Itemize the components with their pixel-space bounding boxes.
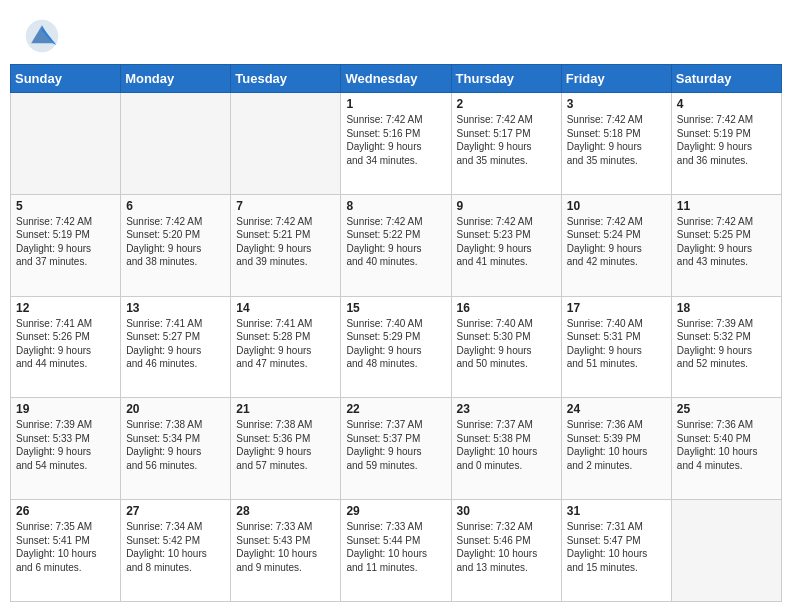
day-info: Sunrise: 7:32 AM Sunset: 5:46 PM Dayligh… [457,520,556,574]
calendar-cell: 21Sunrise: 7:38 AM Sunset: 5:36 PM Dayli… [231,398,341,500]
day-info: Sunrise: 7:41 AM Sunset: 5:27 PM Dayligh… [126,317,225,371]
day-number: 4 [677,97,776,111]
day-info: Sunrise: 7:40 AM Sunset: 5:31 PM Dayligh… [567,317,666,371]
day-info: Sunrise: 7:38 AM Sunset: 5:34 PM Dayligh… [126,418,225,472]
weekday-header-wednesday: Wednesday [341,65,451,93]
calendar-cell: 9Sunrise: 7:42 AM Sunset: 5:23 PM Daylig… [451,194,561,296]
day-info: Sunrise: 7:42 AM Sunset: 5:24 PM Dayligh… [567,215,666,269]
page-header [0,0,792,64]
calendar-cell: 6Sunrise: 7:42 AM Sunset: 5:20 PM Daylig… [121,194,231,296]
calendar-cell: 19Sunrise: 7:39 AM Sunset: 5:33 PM Dayli… [11,398,121,500]
day-number: 19 [16,402,115,416]
calendar-week-1: 1Sunrise: 7:42 AM Sunset: 5:16 PM Daylig… [11,93,782,195]
calendar-cell: 15Sunrise: 7:40 AM Sunset: 5:29 PM Dayli… [341,296,451,398]
day-number: 5 [16,199,115,213]
day-info: Sunrise: 7:35 AM Sunset: 5:41 PM Dayligh… [16,520,115,574]
day-number: 2 [457,97,556,111]
day-number: 1 [346,97,445,111]
calendar-cell: 20Sunrise: 7:38 AM Sunset: 5:34 PM Dayli… [121,398,231,500]
day-number: 7 [236,199,335,213]
day-number: 8 [346,199,445,213]
day-info: Sunrise: 7:34 AM Sunset: 5:42 PM Dayligh… [126,520,225,574]
day-info: Sunrise: 7:42 AM Sunset: 5:22 PM Dayligh… [346,215,445,269]
calendar-cell: 7Sunrise: 7:42 AM Sunset: 5:21 PM Daylig… [231,194,341,296]
day-info: Sunrise: 7:37 AM Sunset: 5:37 PM Dayligh… [346,418,445,472]
calendar-cell: 27Sunrise: 7:34 AM Sunset: 5:42 PM Dayli… [121,500,231,602]
day-number: 15 [346,301,445,315]
day-info: Sunrise: 7:42 AM Sunset: 5:17 PM Dayligh… [457,113,556,167]
calendar-cell: 16Sunrise: 7:40 AM Sunset: 5:30 PM Dayli… [451,296,561,398]
calendar-cell: 17Sunrise: 7:40 AM Sunset: 5:31 PM Dayli… [561,296,671,398]
calendar-cell: 28Sunrise: 7:33 AM Sunset: 5:43 PM Dayli… [231,500,341,602]
calendar-cell: 18Sunrise: 7:39 AM Sunset: 5:32 PM Dayli… [671,296,781,398]
calendar-cell: 13Sunrise: 7:41 AM Sunset: 5:27 PM Dayli… [121,296,231,398]
day-number: 30 [457,504,556,518]
calendar-cell: 2Sunrise: 7:42 AM Sunset: 5:17 PM Daylig… [451,93,561,195]
day-number: 13 [126,301,225,315]
day-number: 27 [126,504,225,518]
day-number: 18 [677,301,776,315]
weekday-header-monday: Monday [121,65,231,93]
calendar-cell [121,93,231,195]
calendar-cell: 22Sunrise: 7:37 AM Sunset: 5:37 PM Dayli… [341,398,451,500]
calendar-cell: 29Sunrise: 7:33 AM Sunset: 5:44 PM Dayli… [341,500,451,602]
calendar-week-3: 12Sunrise: 7:41 AM Sunset: 5:26 PM Dayli… [11,296,782,398]
calendar-cell [11,93,121,195]
day-info: Sunrise: 7:31 AM Sunset: 5:47 PM Dayligh… [567,520,666,574]
day-info: Sunrise: 7:42 AM Sunset: 5:20 PM Dayligh… [126,215,225,269]
day-info: Sunrise: 7:42 AM Sunset: 5:16 PM Dayligh… [346,113,445,167]
day-number: 28 [236,504,335,518]
logo-icon [24,18,60,54]
day-info: Sunrise: 7:39 AM Sunset: 5:32 PM Dayligh… [677,317,776,371]
day-info: Sunrise: 7:42 AM Sunset: 5:19 PM Dayligh… [677,113,776,167]
day-number: 21 [236,402,335,416]
calendar-cell: 14Sunrise: 7:41 AM Sunset: 5:28 PM Dayli… [231,296,341,398]
day-info: Sunrise: 7:36 AM Sunset: 5:40 PM Dayligh… [677,418,776,472]
calendar-cell [231,93,341,195]
day-info: Sunrise: 7:42 AM Sunset: 5:23 PM Dayligh… [457,215,556,269]
day-number: 25 [677,402,776,416]
calendar-cell: 3Sunrise: 7:42 AM Sunset: 5:18 PM Daylig… [561,93,671,195]
weekday-header-row: SundayMondayTuesdayWednesdayThursdayFrid… [11,65,782,93]
day-number: 17 [567,301,666,315]
day-number: 16 [457,301,556,315]
day-number: 10 [567,199,666,213]
day-info: Sunrise: 7:41 AM Sunset: 5:26 PM Dayligh… [16,317,115,371]
day-info: Sunrise: 7:42 AM Sunset: 5:19 PM Dayligh… [16,215,115,269]
calendar-cell: 12Sunrise: 7:41 AM Sunset: 5:26 PM Dayli… [11,296,121,398]
calendar-week-5: 26Sunrise: 7:35 AM Sunset: 5:41 PM Dayli… [11,500,782,602]
day-info: Sunrise: 7:36 AM Sunset: 5:39 PM Dayligh… [567,418,666,472]
day-number: 9 [457,199,556,213]
calendar-cell: 30Sunrise: 7:32 AM Sunset: 5:46 PM Dayli… [451,500,561,602]
day-number: 29 [346,504,445,518]
day-info: Sunrise: 7:37 AM Sunset: 5:38 PM Dayligh… [457,418,556,472]
calendar-cell: 11Sunrise: 7:42 AM Sunset: 5:25 PM Dayli… [671,194,781,296]
day-number: 31 [567,504,666,518]
day-number: 3 [567,97,666,111]
day-number: 12 [16,301,115,315]
day-number: 26 [16,504,115,518]
day-number: 24 [567,402,666,416]
calendar-cell: 31Sunrise: 7:31 AM Sunset: 5:47 PM Dayli… [561,500,671,602]
calendar-cell: 4Sunrise: 7:42 AM Sunset: 5:19 PM Daylig… [671,93,781,195]
weekday-header-friday: Friday [561,65,671,93]
day-info: Sunrise: 7:42 AM Sunset: 5:18 PM Dayligh… [567,113,666,167]
day-number: 11 [677,199,776,213]
day-number: 22 [346,402,445,416]
day-info: Sunrise: 7:33 AM Sunset: 5:43 PM Dayligh… [236,520,335,574]
day-info: Sunrise: 7:42 AM Sunset: 5:21 PM Dayligh… [236,215,335,269]
calendar-cell: 5Sunrise: 7:42 AM Sunset: 5:19 PM Daylig… [11,194,121,296]
calendar-cell: 10Sunrise: 7:42 AM Sunset: 5:24 PM Dayli… [561,194,671,296]
logo [24,18,64,54]
calendar-week-2: 5Sunrise: 7:42 AM Sunset: 5:19 PM Daylig… [11,194,782,296]
day-info: Sunrise: 7:40 AM Sunset: 5:30 PM Dayligh… [457,317,556,371]
day-number: 6 [126,199,225,213]
weekday-header-sunday: Sunday [11,65,121,93]
day-info: Sunrise: 7:39 AM Sunset: 5:33 PM Dayligh… [16,418,115,472]
day-number: 14 [236,301,335,315]
day-info: Sunrise: 7:33 AM Sunset: 5:44 PM Dayligh… [346,520,445,574]
day-info: Sunrise: 7:40 AM Sunset: 5:29 PM Dayligh… [346,317,445,371]
day-number: 23 [457,402,556,416]
calendar-table: SundayMondayTuesdayWednesdayThursdayFrid… [10,64,782,602]
weekday-header-saturday: Saturday [671,65,781,93]
